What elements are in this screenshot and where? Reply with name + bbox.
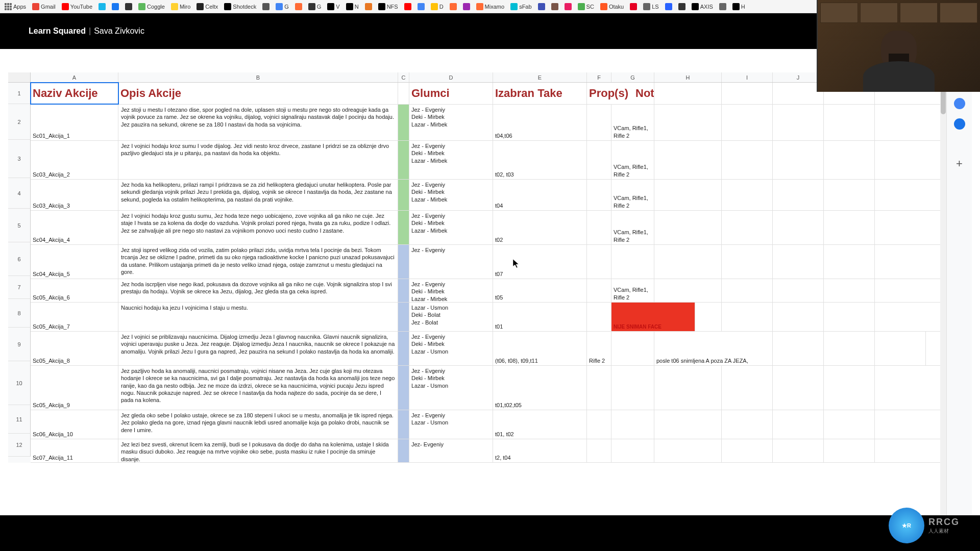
cell[interactable] [773, 279, 824, 302]
cell[interactable] [611, 332, 654, 365]
cell[interactable] [398, 332, 409, 365]
col-header-G[interactable]: G [611, 72, 654, 82]
cell[interactable] [773, 303, 824, 331]
col-header-H[interactable]: H [654, 72, 722, 82]
cell[interactable]: posle t06 snimljena A poza ZA JEZA, [654, 332, 773, 365]
cell[interactable]: Sc03_Akcija_3 [31, 180, 118, 210]
select-all-corner[interactable] [8, 72, 31, 82]
cell[interactable] [722, 303, 773, 331]
row-header-7[interactable]: 7 [8, 276, 31, 299]
bookmark-item[interactable] [363, 2, 374, 11]
cell[interactable]: Jez - Evgeniy Deki - Mirbek Lazar - Usmo… [409, 332, 493, 365]
cell[interactable] [824, 303, 875, 331]
cell[interactable] [824, 332, 875, 365]
cell[interactable] [587, 245, 611, 279]
cell[interactable]: Glumci [409, 83, 493, 104]
cell[interactable] [654, 245, 722, 279]
cells-grid[interactable]: Naziv AkcijeOpis AkcijeGlumciIzabran Tak… [31, 83, 946, 463]
cell[interactable] [587, 141, 611, 179]
cell[interactable] [824, 141, 875, 179]
cell[interactable] [611, 245, 654, 279]
bookmark-item[interactable] [536, 2, 547, 11]
cell[interactable] [611, 366, 654, 410]
cell[interactable]: t07 [493, 245, 587, 279]
cell[interactable]: t2, t04 [493, 439, 587, 462]
bookmark-item[interactable]: NFS [377, 2, 400, 11]
bookmark-item[interactable]: N [345, 2, 360, 11]
cell[interactable]: Rifle 2 [587, 332, 611, 365]
cell[interactable] [773, 180, 824, 210]
cell[interactable]: VCam, Rifle1, Rifle 2 [611, 141, 654, 179]
cell[interactable] [611, 439, 654, 462]
bookmark-item[interactable]: YouTube [60, 2, 94, 11]
bookmark-item[interactable]: sFab [509, 2, 533, 11]
bookmark-item[interactable]: AXIS [690, 2, 715, 11]
cell[interactable]: Jez - Evgeniy Deki - Mirbek Lazar - Mirb… [409, 180, 493, 210]
bookmark-item[interactable]: Miro [169, 2, 192, 11]
cell[interactable]: Opis Akcije [118, 83, 398, 104]
cell[interactable]: Jez pazljivo hoda ka anomaliji, naucnici… [118, 366, 398, 410]
cell[interactable]: Sc04_Akcija_5 [31, 245, 118, 279]
bookmark-item[interactable]: Mixamo [475, 2, 506, 11]
cell[interactable] [654, 180, 722, 210]
col-header-E[interactable]: E [493, 72, 587, 82]
bookmark-item[interactable] [261, 2, 271, 11]
cell[interactable] [773, 105, 824, 140]
cell[interactable]: t04,t06 [493, 105, 587, 140]
cell[interactable] [824, 211, 875, 244]
cell[interactable]: Sc05_Akcija_8 [31, 332, 118, 365]
bookmark-item[interactable]: Coggle [137, 2, 166, 11]
cell[interactable] [654, 83, 722, 104]
cell[interactable] [398, 279, 409, 302]
cell[interactable]: t05 [493, 279, 587, 302]
bookmark-item[interactable] [563, 2, 573, 11]
col-header-D[interactable]: D [409, 72, 493, 82]
row-header-6[interactable]: 6 [8, 242, 31, 276]
cell[interactable]: Jez - Evgeniy Deki - Mirbek Lazar - Mirb… [409, 141, 493, 179]
row-header-2[interactable]: 2 [8, 104, 31, 140]
cell[interactable] [695, 303, 722, 331]
bookmark-item[interactable] [550, 2, 560, 11]
row-header-8[interactable]: 8 [8, 299, 31, 328]
cell[interactable]: Jez lezi bez svesti, okrenut licem ka ze… [118, 439, 398, 462]
cell[interactable]: t02 [493, 211, 587, 244]
cell[interactable] [587, 303, 611, 331]
cell[interactable] [773, 332, 824, 365]
cell[interactable] [654, 439, 722, 462]
cell[interactable]: VCam, Rifle1, Rifle 2 [611, 211, 654, 244]
cell[interactable]: Jez hoda iscrpljen vise nego ikad, pokus… [118, 279, 398, 302]
row-header-1[interactable]: 1 [8, 83, 31, 104]
cell[interactable]: Jez - Evgeniy Lazar - Usmon [409, 410, 493, 439]
cell[interactable] [824, 245, 875, 279]
bookmark-item[interactable] [448, 2, 458, 11]
bookmark-item[interactable]: V [326, 2, 341, 11]
cell[interactable]: Sc05_Akcija_6 [31, 279, 118, 302]
cell[interactable] [654, 366, 722, 410]
cell[interactable] [398, 211, 409, 244]
cell[interactable]: Jez- Evgeniy [409, 439, 493, 462]
cell[interactable] [587, 279, 611, 302]
row-header-5[interactable]: 5 [8, 209, 31, 242]
cell[interactable]: t04 [493, 180, 587, 210]
cell[interactable] [722, 366, 773, 410]
cell[interactable] [773, 410, 824, 439]
cell[interactable]: Sc01_Akcija_1 [31, 105, 118, 140]
cell[interactable] [722, 245, 773, 279]
bookmark-item[interactable] [461, 2, 472, 11]
cell[interactable] [398, 141, 409, 179]
cell[interactable] [824, 279, 875, 302]
cell[interactable] [654, 211, 722, 244]
bookmark-item[interactable] [124, 2, 134, 11]
bookmark-item[interactable]: LS [642, 2, 660, 11]
cell[interactable]: Sc05_Akcija_9 [31, 366, 118, 410]
cell[interactable]: Jez stoji ispred velikog zida od vozila,… [118, 245, 398, 279]
bookmark-item[interactable]: H [731, 2, 747, 11]
cell[interactable] [587, 211, 611, 244]
cell[interactable] [722, 83, 773, 104]
cell[interactable]: Sc07_Akcija_11 [31, 439, 118, 462]
cell[interactable]: Naziv Akcije [31, 83, 118, 104]
row-header-3[interactable]: 3 [8, 140, 31, 178]
cell[interactable] [398, 303, 409, 331]
cell[interactable]: Jez I vojnici hodaju kroz sumu I vode di… [118, 141, 398, 179]
bookmark-item[interactable] [403, 2, 413, 11]
